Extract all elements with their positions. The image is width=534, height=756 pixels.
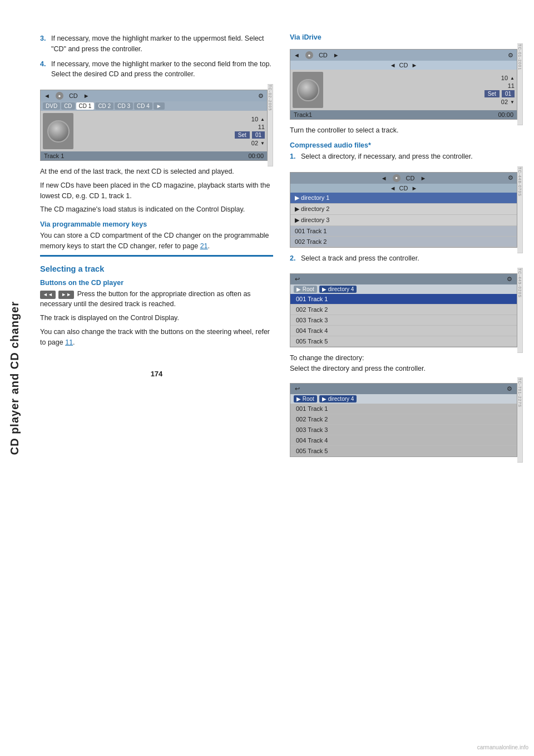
idrive-track-row-set: Set 01	[325, 90, 515, 97]
track-display-text: The track is displayed on the Control Di…	[40, 313, 273, 323]
idrive-footer-track: Track1	[294, 111, 312, 118]
via-prog-memory-period: .	[208, 242, 210, 250]
dir-track-1: 001 Track 1	[290, 226, 517, 237]
paragraph-2: If new CDs have been placed in the CD ma…	[40, 180, 273, 202]
track-s3-item-001: 001 Track 1	[290, 404, 517, 414]
via-prog-memory-heading: Via programmable memory keys	[40, 220, 273, 228]
cd-track-info: 10 ▲ 11 Set 01 02 ▼	[76, 113, 265, 149]
track-02-label: 02	[251, 140, 258, 146]
track-screen-2-breadcrumb: ▶ Root ▶ directory 4	[290, 284, 517, 294]
buttons-cd-player-text: ◄◄ ►► Press the button for the appropria…	[40, 289, 273, 310]
idrive-track-02: 02	[501, 99, 508, 105]
track-item-005: 005 Track 5	[290, 336, 517, 347]
step-3: 3. If necessary, move the highlight mark…	[40, 33, 273, 55]
step-3-number: 3.	[40, 33, 48, 55]
left-column: 3. If necessary, move the highlight mark…	[40, 33, 273, 463]
dir-settings-icon: ⚙	[508, 174, 513, 181]
track-row-10: 10 ▲	[76, 116, 265, 122]
dir-item-1: ▶ directory 1	[290, 193, 517, 204]
cd-tab-cd2: CD 2	[95, 102, 113, 110]
idrive-track-10-up: ▲	[510, 76, 515, 81]
change-dir-label: To change the directory:	[290, 354, 364, 362]
sidebar-label-text: CD player and CD changer	[8, 301, 21, 455]
track-item-003: 003 Track 3	[290, 315, 517, 326]
idrive-cd-body: 10 ▲ 11 Set 01 02 ▼	[290, 70, 517, 110]
step-4-number: 4.	[40, 59, 48, 80]
track-screen-3-topbar: ↩ ⚙	[290, 384, 517, 394]
dir-sub-topbar: ◄ CD ►	[290, 184, 517, 193]
compressed-step-1: 1. Select a directory, if necessary, and…	[290, 151, 523, 162]
track-screen-3: ↩ ⚙ ▶ Root ▶ directory 4 001 Track 1 002…	[290, 383, 517, 457]
cd-footer-track-label: Track 1	[44, 153, 64, 159]
cd-tab-more: ►	[154, 102, 165, 110]
dir-disc-icon: ●	[393, 174, 400, 182]
idrive-screen-side-label: TC-01-2001	[517, 43, 523, 125]
track-02-arrow-down: ▼	[260, 141, 265, 146]
idrive-sub-left-arrow: ◄	[390, 62, 396, 68]
selecting-track-heading: Selecting a track	[40, 264, 273, 273]
paragraph-1: At the end of the last track, the next C…	[40, 166, 273, 177]
track-row-02: 02 ▼	[76, 140, 265, 146]
cd-screen-1: ◄ ● CD ► ⚙ DVD CD CD 1 CD 2 CD 3 CD 4 ►	[40, 90, 268, 161]
idrive-disc-icon: ●	[305, 51, 313, 59]
track-10-arrow-up: ▲	[260, 117, 265, 122]
cd-tab-cd: CD	[61, 102, 75, 110]
idrive-track-10: 10	[501, 75, 508, 81]
dir-topbar-left-arrow: ◄	[381, 175, 387, 181]
step-4: 4. If necessary, move the highlight mark…	[40, 59, 273, 80]
track-10-label: 10	[251, 116, 258, 122]
idrive-footer: Track1 00:00	[290, 110, 517, 119]
cd-topbar-label: CD	[69, 92, 78, 99]
idrive-sub-cd-label: CD	[399, 62, 408, 68]
via-idrive-heading: Via iDrive	[290, 33, 523, 41]
step-3-text: If necessary, move the highlight marker …	[51, 33, 273, 55]
cd-tab-row: DVD CD CD 1 CD 2 CD 3 CD 4 ►	[41, 101, 267, 111]
via-prog-memory-page-link[interactable]: 21	[200, 242, 208, 250]
change-dir-text: To change the directory: Select the dire…	[290, 353, 523, 374]
steering-wheel-page-link[interactable]: 11	[65, 338, 73, 346]
idrive-cd-screen: ◄ ● CD ► ⚙ ◄ CD ► 10	[290, 49, 517, 120]
track-11-label: 11	[258, 124, 265, 130]
breadcrumb-3-root: ▶ Root	[294, 395, 317, 402]
idrive-track-02-down: ▼	[510, 100, 515, 105]
breadcrumb-dir4: ▶ directory 4	[319, 286, 357, 293]
compressed-step-2-text: Select a track and press the controller.	[301, 253, 523, 264]
page-number: 174	[40, 370, 273, 378]
breadcrumb-3-dir4: ▶ directory 4	[319, 395, 357, 402]
change-dir-instruction: Select the directory and press the contr…	[290, 365, 426, 372]
idrive-track-row-11: 11	[325, 82, 515, 89]
idrive-disc-area	[293, 72, 323, 108]
cd-screen-body: 10 ▲ 11 Set 01 02 ▼	[41, 111, 267, 151]
main-content: 3. If necessary, move the highlight mark…	[29, 0, 534, 485]
via-prog-memory-text: You can store a CD compartment of the CD…	[40, 230, 273, 252]
cd-disc-area	[43, 113, 73, 149]
dir-item-3: ▶ directory 3	[290, 215, 517, 226]
dir-screen-1: ◄ ● CD ► ⚙ ◄ CD ► ▶ directory 1 ▶ direct…	[290, 172, 517, 248]
buttons-cd-player-heading: Buttons on the CD player	[40, 279, 273, 287]
cd-disc-graphic	[47, 120, 70, 143]
steering-wheel-period: .	[73, 338, 75, 346]
cd-screen-1-wrapper: ◄ ● CD ► ⚙ DVD CD CD 1 CD 2 CD 3 CD 4 ►	[40, 84, 273, 166]
track-row-set: Set 01	[76, 131, 265, 139]
idrive-track-01: 01	[502, 90, 515, 97]
dir-sub-right-arrow: ►	[411, 185, 417, 192]
idrive-track-row-10: 10 ▲	[325, 75, 515, 81]
selecting-track-top-border	[40, 255, 273, 257]
track-screen-3-side-label: TC-701-227S	[517, 377, 523, 463]
idrive-right-arrow: ►	[333, 52, 339, 58]
track-screen-2-topbar: ↩ ⚙	[290, 274, 517, 284]
breadcrumb-root: ▶ Root	[294, 286, 317, 293]
next-track-button-icon: ►►	[58, 291, 74, 300]
idrive-track-info: 10 ▲ 11 Set 01 02 ▼	[325, 72, 515, 108]
dir-screen-1-wrapper: ◄ ● CD ► ⚙ ◄ CD ► ▶ directory 1 ▶ direct…	[290, 166, 523, 253]
compressed-step-2-number: 2.	[290, 253, 298, 264]
track-screen-3-settings-icon: ⚙	[507, 385, 512, 392]
track-01-label: 01	[252, 131, 265, 139]
compressed-audio-heading: Compressed audio files*	[290, 141, 523, 149]
cd-topbar-left-arrow: ◄	[44, 92, 50, 99]
compressed-step-2: 2. Select a track and press the controll…	[290, 253, 523, 264]
idrive-topbar: ◄ ● CD ► ⚙	[290, 50, 517, 61]
track-s3-item-004: 004 Track 4	[290, 435, 517, 446]
step-4-text: If necessary, move the highlight marker …	[51, 59, 273, 80]
idrive-track-11: 11	[508, 82, 515, 89]
